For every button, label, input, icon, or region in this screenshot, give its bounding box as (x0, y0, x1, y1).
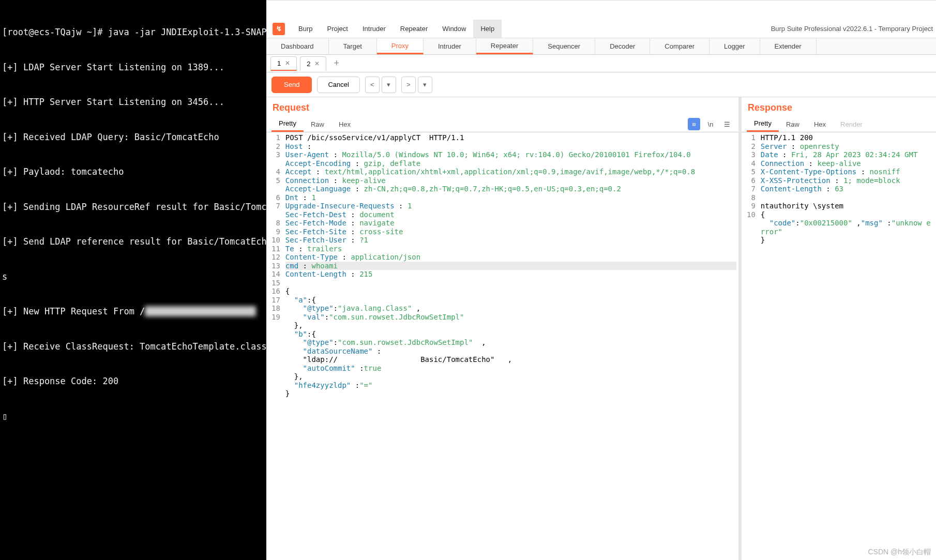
response-editor[interactable]: 12345678910 HTTP/1.1 200Server : openres… (742, 132, 936, 560)
response-pane: Response Pretty Raw Hex Render 123456789… (742, 97, 936, 560)
subtab-1[interactable]: 1✕ (270, 56, 297, 71)
subtab-2[interactable]: 2✕ (300, 56, 326, 71)
tab-comparer[interactable]: Comparer (650, 38, 709, 54)
send-button[interactable]: Send (271, 77, 312, 93)
viewtab-raw[interactable]: Raw (304, 117, 331, 131)
response-title: Response (748, 102, 792, 113)
menu-burp[interactable]: Burp (291, 20, 320, 38)
request-pane: Request Pretty Raw Hex ≡ \n ☰ 123 45 67 … (266, 97, 742, 560)
tab-proxy[interactable]: Proxy (377, 38, 424, 54)
viewtab-pretty[interactable]: Pretty (747, 116, 779, 132)
nav-fwd-button[interactable]: > (401, 77, 416, 93)
newline-icon[interactable]: \n (704, 118, 717, 130)
watermark: CSDN @h领小白帽 (868, 548, 931, 557)
menu-window[interactable]: Window (435, 20, 473, 38)
request-title: Request (273, 102, 309, 113)
viewtab-hex[interactable]: Hex (331, 117, 358, 131)
menu-project[interactable]: Project (320, 20, 355, 38)
burp-logo-icon: ↯ (273, 23, 285, 35)
close-icon[interactable]: ✕ (314, 60, 320, 67)
tab-dashboard[interactable]: Dashboard (266, 38, 329, 54)
viewtab-hex[interactable]: Hex (807, 117, 833, 131)
tab-extender[interactable]: Extender (760, 38, 817, 54)
menu-help[interactable]: Help (473, 20, 502, 38)
nav-back-menu[interactable]: ▾ (382, 77, 396, 93)
tab-decoder[interactable]: Decoder (595, 38, 650, 54)
window-title: Burp Suite Professional v2022.6.1 - Temp… (771, 25, 933, 33)
toggle-wrap-icon[interactable]: ≡ (688, 118, 700, 130)
control-bar: Send Cancel < ▾ > ▾ (266, 72, 936, 97)
viewtab-raw[interactable]: Raw (779, 117, 807, 131)
burp-window: ↯ Burp Project Intruder Repeater Window … (266, 0, 936, 560)
nav-fwd-menu[interactable]: ▾ (418, 77, 432, 93)
tab-intruder[interactable]: Intruder (424, 38, 476, 54)
viewtab-render[interactable]: Render (833, 117, 870, 131)
menu-repeater[interactable]: Repeater (393, 20, 435, 38)
tab-logger[interactable]: Logger (709, 38, 760, 54)
terminal[interactable]: [root@ecs-TQajw ~]# java -jar JNDIExploi… (0, 0, 266, 560)
main-tabs: Dashboard Target Proxy Intruder Repeater… (266, 38, 936, 55)
tab-sequencer[interactable]: Sequencer (533, 38, 595, 54)
request-editor[interactable]: 123 45 67 8910111213141516171819 POST /b… (266, 132, 738, 560)
menu-icon[interactable]: ☰ (721, 118, 733, 130)
tab-repeater[interactable]: Repeater (476, 38, 533, 54)
repeater-subtabs: 1✕ 2✕ + (266, 55, 936, 72)
tab-target[interactable]: Target (329, 38, 377, 54)
cancel-button[interactable]: Cancel (317, 77, 359, 93)
add-tab-icon[interactable]: + (329, 58, 343, 69)
menu-intruder[interactable]: Intruder (355, 20, 393, 38)
menubar: ↯ Burp Project Intruder Repeater Window … (266, 20, 936, 38)
nav-back-button[interactable]: < (365, 77, 380, 93)
viewtab-pretty[interactable]: Pretty (271, 116, 304, 132)
close-icon[interactable]: ✕ (285, 59, 290, 67)
